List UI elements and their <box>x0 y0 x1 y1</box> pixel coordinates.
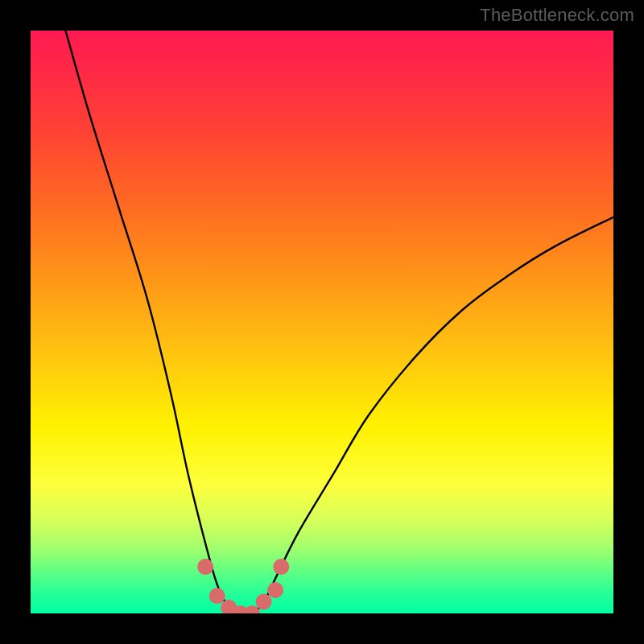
valley-marker <box>209 588 225 604</box>
valley-marker <box>267 582 283 598</box>
chart-frame: TheBottleneck.com <box>0 0 644 644</box>
valley-markers <box>197 559 289 613</box>
bottleneck-curve <box>65 31 613 613</box>
curve-overlay <box>31 31 613 613</box>
watermark-label: TheBottleneck.com <box>480 5 634 26</box>
valley-marker <box>256 594 272 610</box>
plot-area <box>31 31 613 613</box>
valley-marker <box>197 559 213 575</box>
valley-marker <box>273 559 289 575</box>
